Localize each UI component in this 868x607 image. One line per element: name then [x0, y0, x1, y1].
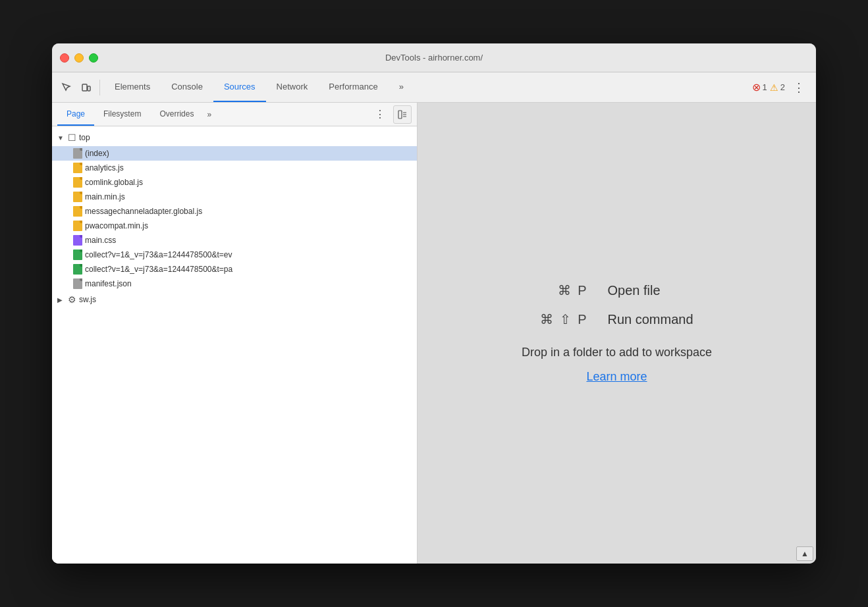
tab-network[interactable]: Network — [266, 72, 319, 102]
panel-tabs: Page Filesystem Overrides » ⋮ — [52, 103, 417, 126]
cmd-symbol-2: ⌘ — [540, 311, 553, 327]
file-item-collect-pa[interactable]: collect?v=1&_v=j73&a=1244478500&t=pa — [52, 262, 417, 277]
cmd-symbol-1: ⌘ — [558, 282, 571, 298]
file-icon-comlink — [73, 177, 82, 188]
tab-performance[interactable]: Performance — [318, 72, 388, 102]
panel-menu-button[interactable]: ⋮ — [372, 108, 388, 120]
file-name-index: (index) — [85, 149, 109, 158]
tab-sources[interactable]: Sources — [213, 72, 266, 102]
p-symbol-1: P — [578, 283, 586, 298]
file-icon-messageadapter — [73, 206, 82, 217]
drawer-toggle-button[interactable]: ▲ — [796, 546, 813, 561]
svg-rect-0 — [82, 84, 87, 91]
error-badge: ⊗ 1 — [752, 81, 767, 93]
main-content: Page Filesystem Overrides » ⋮ — [52, 103, 816, 564]
toolbar-right: ⊗ 1 ⚠ 2 ⋮ — [752, 78, 811, 97]
shortcut-row-1: ⌘ P Open file — [521, 282, 713, 298]
minimize-button[interactable] — [74, 53, 84, 63]
devtools-window: DevTools - airhorner.com/ Elements Conso… — [52, 43, 816, 564]
file-name-collect-pa: collect?v=1&_v=j73&a=1244478500&t=pa — [85, 265, 232, 274]
svg-rect-1 — [88, 86, 90, 91]
file-icon-analytics — [73, 163, 82, 173]
close-button[interactable] — [60, 53, 69, 63]
panel-tab-overrides[interactable]: Overrides — [150, 103, 203, 126]
top-folder-icon: ☐ — [68, 132, 76, 143]
shortcut-row-2: ⌘ ⇧ P Run command — [521, 311, 713, 327]
panel-tab-filesystem[interactable]: Filesystem — [94, 103, 150, 126]
left-panel: Page Filesystem Overrides » ⋮ — [52, 103, 418, 564]
file-name-pwacompat: pwacompat.min.js — [85, 221, 148, 230]
file-name-comlink: comlink.global.js — [85, 178, 143, 187]
file-item-analytics[interactable]: analytics.js — [52, 161, 417, 175]
file-name-maincss: main.css — [85, 236, 116, 245]
tab-elements[interactable]: Elements — [104, 72, 161, 102]
file-icon-collect-pa — [73, 264, 82, 275]
device-toolbar-button[interactable] — [77, 78, 95, 97]
file-name-manifest: manifest.json — [85, 279, 132, 288]
toolbar: Elements Console Sources Network Perform… — [52, 72, 816, 103]
window-title: DevTools - airhorner.com/ — [385, 53, 483, 63]
panel-tab-more[interactable]: » — [203, 110, 215, 119]
shortcut1-label: Open file — [608, 283, 713, 298]
file-item-comlink[interactable]: comlink.global.js — [52, 175, 417, 190]
warning-badge: ⚠ 2 — [770, 82, 785, 93]
file-name-collect-ev: collect?v=1&_v=j73&a=1244478500&t=ev — [85, 250, 232, 259]
panel-toggle-button[interactable] — [393, 105, 412, 124]
shortcut1-keys: ⌘ P — [521, 282, 587, 298]
shift-symbol: ⇧ — [560, 311, 571, 327]
learn-more-link[interactable]: Learn more — [586, 370, 647, 384]
tree-item-swjs[interactable]: ▶ ⚙ sw.js — [52, 291, 417, 308]
toolbar-tabs: Elements Console Sources Network Perform… — [104, 72, 751, 102]
warning-count: 2 — [780, 82, 785, 92]
file-item-maincss[interactable]: main.css — [52, 233, 417, 248]
file-item-messageadapter[interactable]: messagechanneladapter.global.js — [52, 204, 417, 219]
gear-icon: ⚙ — [68, 294, 76, 305]
panel-tab-page[interactable]: Page — [57, 103, 94, 126]
chevron-down-icon: ▼ — [57, 134, 65, 142]
title-bar: DevTools - airhorner.com/ — [52, 43, 816, 72]
svg-rect-2 — [398, 111, 402, 119]
right-panel-content: ⌘ P Open file ⌘ ⇧ P Run command Drop in … — [521, 282, 713, 384]
file-item-mainminjs[interactable]: main.min.js — [52, 190, 417, 204]
file-name-mainminjs: main.min.js — [85, 192, 125, 201]
file-tree: ▼ ☐ top (index) analytics.js coml — [52, 126, 417, 564]
swjs-label: sw.js — [79, 295, 96, 304]
chevron-right-icon: ▶ — [57, 296, 65, 304]
tree-root-label: top — [79, 133, 90, 142]
file-icon-manifest — [73, 278, 82, 289]
bottom-right-area: ▲ — [794, 544, 816, 564]
shortcut2-label: Run command — [608, 312, 713, 327]
error-icon: ⊗ — [752, 81, 761, 93]
file-item-manifest[interactable]: manifest.json — [52, 277, 417, 291]
p-symbol-2: P — [578, 312, 586, 327]
tab-console[interactable]: Console — [161, 72, 213, 102]
file-icon-maincss — [73, 235, 82, 246]
error-count: 1 — [763, 82, 767, 92]
traffic-lights — [60, 53, 98, 63]
file-icon-pwacompat — [73, 221, 82, 231]
file-icon-mainminjs — [73, 192, 82, 202]
tree-root-top[interactable]: ▼ ☐ top — [52, 129, 417, 146]
shortcut2-keys: ⌘ ⇧ P — [521, 311, 587, 327]
file-item-index[interactable]: (index) — [52, 146, 417, 161]
file-name-messageadapter: messagechanneladapter.global.js — [85, 207, 202, 216]
toolbar-more-button[interactable]: ⋮ — [788, 78, 811, 97]
file-item-collect-ev[interactable]: collect?v=1&_v=j73&a=1244478500&t=ev — [52, 248, 417, 262]
file-item-pwacompat[interactable]: pwacompat.min.js — [52, 219, 417, 233]
warning-icon: ⚠ — [770, 82, 778, 93]
drop-text: Drop in a folder to add to workspace — [522, 346, 712, 359]
file-name-analytics: analytics.js — [85, 163, 124, 172]
toolbar-divider — [99, 80, 100, 95]
tab-more[interactable]: » — [389, 72, 414, 102]
file-icon-index — [73, 148, 82, 159]
right-panel: ⌘ P Open file ⌘ ⇧ P Run command Drop in … — [418, 103, 816, 564]
inspect-element-button[interactable] — [57, 78, 76, 97]
file-icon-collect-ev — [73, 250, 82, 260]
maximize-button[interactable] — [89, 53, 98, 63]
